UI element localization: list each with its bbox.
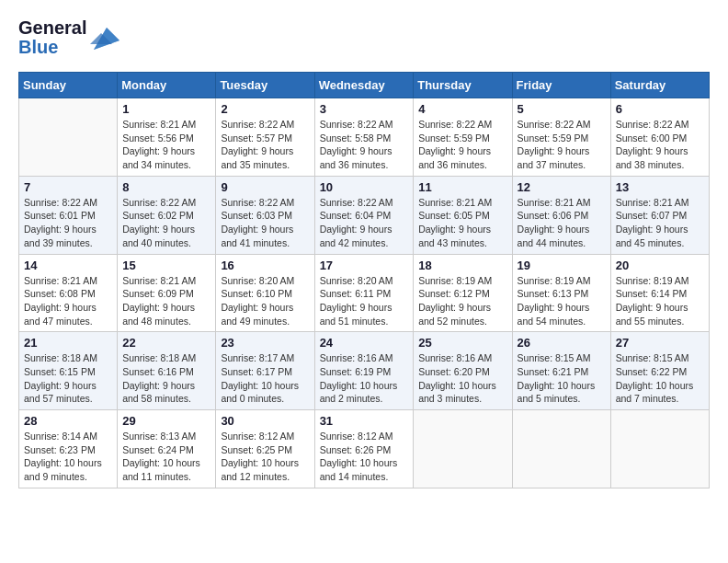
- weekday-header-wednesday: Wednesday: [314, 73, 414, 98]
- day-info: Sunrise: 8:21 AMSunset: 6:07 PMDaylight:…: [616, 196, 704, 250]
- calendar-cell: 11Sunrise: 8:21 AMSunset: 6:05 PMDayligh…: [414, 176, 512, 254]
- logo-icon: [88, 24, 121, 52]
- day-info: Sunrise: 8:16 AMSunset: 6:19 PMDaylight:…: [320, 351, 409, 406]
- calendar-cell: 9Sunrise: 8:22 AMSunset: 6:03 PMDaylight…: [216, 176, 314, 254]
- calendar-cell: 13Sunrise: 8:21 AMSunset: 6:07 PMDayligh…: [610, 176, 709, 254]
- day-info: Sunrise: 8:17 AMSunset: 6:17 PMDaylight:…: [221, 351, 309, 406]
- day-number: 3: [320, 102, 409, 116]
- calendar-cell: 7Sunrise: 8:22 AMSunset: 6:01 PMDaylight…: [19, 176, 118, 254]
- day-info: Sunrise: 8:21 AMSunset: 6:06 PMDaylight:…: [518, 196, 606, 250]
- day-info: Sunrise: 8:22 AMSunset: 6:00 PMDaylight:…: [616, 118, 704, 172]
- day-number: 31: [320, 414, 409, 428]
- day-info: Sunrise: 8:16 AMSunset: 6:20 PMDaylight:…: [418, 351, 506, 406]
- calendar-cell: 16Sunrise: 8:20 AMSunset: 6:10 PMDayligh…: [216, 254, 314, 332]
- day-info: Sunrise: 8:15 AMSunset: 6:21 PMDaylight:…: [518, 351, 606, 406]
- day-number: 4: [418, 102, 506, 116]
- day-info: Sunrise: 8:18 AMSunset: 6:15 PMDaylight:…: [24, 351, 112, 406]
- day-info: Sunrise: 8:19 AMSunset: 6:14 PMDaylight:…: [616, 274, 704, 328]
- day-info: Sunrise: 8:21 AMSunset: 6:08 PMDaylight:…: [24, 274, 112, 328]
- calendar-cell: 21Sunrise: 8:18 AMSunset: 6:15 PMDayligh…: [19, 332, 118, 410]
- day-number: 18: [418, 259, 506, 272]
- calendar-cell: 30Sunrise: 8:12 AMSunset: 6:25 PMDayligh…: [216, 410, 314, 488]
- day-number: 22: [122, 336, 210, 350]
- day-info: Sunrise: 8:21 AMSunset: 6:05 PMDaylight:…: [418, 196, 506, 250]
- day-number: 9: [221, 180, 309, 194]
- day-number: 14: [24, 259, 112, 272]
- logo-line1: General: [18, 18, 86, 38]
- day-number: 23: [221, 336, 309, 350]
- calendar-cell: [414, 410, 512, 488]
- day-info: Sunrise: 8:12 AMSunset: 6:26 PMDaylight:…: [320, 430, 409, 484]
- logo-line2: Blue: [18, 38, 86, 57]
- day-info: Sunrise: 8:22 AMSunset: 6:01 PMDaylight:…: [24, 196, 112, 250]
- day-number: 10: [320, 180, 409, 194]
- logo: General Blue: [18, 18, 121, 57]
- day-number: 19: [518, 259, 606, 272]
- day-info: Sunrise: 8:22 AMSunset: 5:58 PMDaylight:…: [320, 118, 409, 172]
- day-info: Sunrise: 8:19 AMSunset: 6:13 PMDaylight:…: [518, 274, 606, 328]
- day-info: Sunrise: 8:22 AMSunset: 5:59 PMDaylight:…: [518, 118, 606, 172]
- calendar-cell: [512, 410, 610, 488]
- day-info: Sunrise: 8:13 AMSunset: 6:24 PMDaylight:…: [122, 430, 210, 484]
- day-number: 26: [518, 336, 606, 350]
- calendar-cell: 27Sunrise: 8:15 AMSunset: 6:22 PMDayligh…: [610, 332, 709, 410]
- day-number: 27: [616, 336, 704, 350]
- calendar-cell: 20Sunrise: 8:19 AMSunset: 6:14 PMDayligh…: [610, 254, 709, 332]
- day-info: Sunrise: 8:20 AMSunset: 6:10 PMDaylight:…: [221, 274, 309, 328]
- calendar-cell: [610, 410, 709, 488]
- day-info: Sunrise: 8:22 AMSunset: 6:03 PMDaylight:…: [221, 196, 309, 250]
- calendar-cell: 15Sunrise: 8:21 AMSunset: 6:09 PMDayligh…: [118, 254, 216, 332]
- calendar-cell: 26Sunrise: 8:15 AMSunset: 6:21 PMDayligh…: [512, 332, 610, 410]
- calendar-cell: 6Sunrise: 8:22 AMSunset: 6:00 PMDaylight…: [610, 98, 709, 177]
- calendar-cell: [19, 98, 118, 177]
- day-info: Sunrise: 8:14 AMSunset: 6:23 PMDaylight:…: [24, 430, 112, 484]
- calendar-cell: 2Sunrise: 8:22 AMSunset: 5:57 PMDaylight…: [216, 98, 314, 177]
- calendar-cell: 25Sunrise: 8:16 AMSunset: 6:20 PMDayligh…: [414, 332, 512, 410]
- day-info: Sunrise: 8:18 AMSunset: 6:16 PMDaylight:…: [122, 351, 210, 406]
- day-info: Sunrise: 8:15 AMSunset: 6:22 PMDaylight:…: [616, 351, 704, 406]
- day-info: Sunrise: 8:19 AMSunset: 6:12 PMDaylight:…: [418, 274, 506, 328]
- calendar-cell: 28Sunrise: 8:14 AMSunset: 6:23 PMDayligh…: [19, 410, 118, 488]
- calendar-cell: 8Sunrise: 8:22 AMSunset: 6:02 PMDaylight…: [118, 176, 216, 254]
- calendar-cell: 29Sunrise: 8:13 AMSunset: 6:24 PMDayligh…: [118, 410, 216, 488]
- day-info: Sunrise: 8:22 AMSunset: 6:04 PMDaylight:…: [320, 196, 409, 250]
- calendar-cell: 24Sunrise: 8:16 AMSunset: 6:19 PMDayligh…: [314, 332, 414, 410]
- calendar-cell: 18Sunrise: 8:19 AMSunset: 6:12 PMDayligh…: [414, 254, 512, 332]
- day-number: 7: [24, 180, 112, 194]
- calendar-cell: 17Sunrise: 8:20 AMSunset: 6:11 PMDayligh…: [314, 254, 414, 332]
- calendar-cell: 3Sunrise: 8:22 AMSunset: 5:58 PMDaylight…: [314, 98, 414, 177]
- day-number: 11: [418, 180, 506, 194]
- day-number: 8: [122, 180, 210, 194]
- day-number: 2: [221, 102, 309, 116]
- day-number: 28: [24, 414, 112, 428]
- day-number: 21: [24, 336, 112, 350]
- calendar-cell: 23Sunrise: 8:17 AMSunset: 6:17 PMDayligh…: [216, 332, 314, 410]
- day-number: 1: [122, 102, 210, 116]
- day-info: Sunrise: 8:22 AMSunset: 6:02 PMDaylight:…: [122, 196, 210, 250]
- weekday-header-tuesday: Tuesday: [216, 73, 314, 98]
- day-info: Sunrise: 8:20 AMSunset: 6:11 PMDaylight:…: [320, 274, 409, 328]
- calendar-cell: 10Sunrise: 8:22 AMSunset: 6:04 PMDayligh…: [314, 176, 414, 254]
- calendar-cell: 14Sunrise: 8:21 AMSunset: 6:08 PMDayligh…: [19, 254, 118, 332]
- weekday-header-sunday: Sunday: [19, 73, 118, 98]
- weekday-header-thursday: Thursday: [414, 73, 512, 98]
- day-number: 15: [122, 259, 210, 272]
- day-number: 5: [518, 102, 606, 116]
- day-number: 25: [418, 336, 506, 350]
- day-number: 20: [616, 259, 704, 272]
- day-info: Sunrise: 8:21 AMSunset: 6:09 PMDaylight:…: [122, 274, 210, 328]
- day-info: Sunrise: 8:22 AMSunset: 5:59 PMDaylight:…: [418, 118, 506, 172]
- day-number: 13: [616, 180, 704, 194]
- day-number: 29: [122, 414, 210, 428]
- calendar-table: SundayMondayTuesdayWednesdayThursdayFrid…: [18, 72, 710, 488]
- day-number: 17: [320, 259, 409, 272]
- calendar-cell: 19Sunrise: 8:19 AMSunset: 6:13 PMDayligh…: [512, 254, 610, 332]
- calendar-cell: 12Sunrise: 8:21 AMSunset: 6:06 PMDayligh…: [512, 176, 610, 254]
- day-info: Sunrise: 8:22 AMSunset: 5:57 PMDaylight:…: [221, 118, 309, 172]
- weekday-header-monday: Monday: [118, 73, 216, 98]
- day-number: 12: [518, 180, 606, 194]
- calendar-cell: 31Sunrise: 8:12 AMSunset: 6:26 PMDayligh…: [314, 410, 414, 488]
- calendar-cell: 5Sunrise: 8:22 AMSunset: 5:59 PMDaylight…: [512, 98, 610, 177]
- day-info: Sunrise: 8:21 AMSunset: 5:56 PMDaylight:…: [122, 118, 210, 172]
- day-number: 16: [221, 259, 309, 272]
